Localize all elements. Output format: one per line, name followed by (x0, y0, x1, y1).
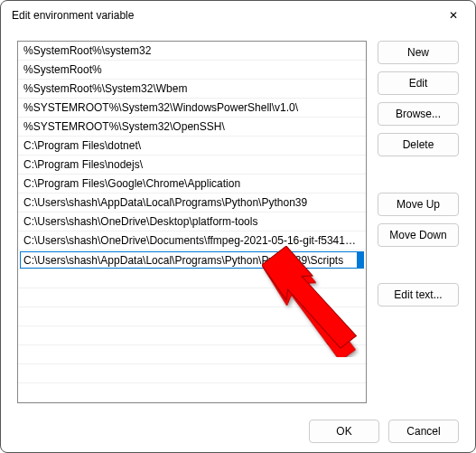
close-icon: ✕ (449, 9, 458, 22)
list-item[interactable]: C:\Users\shash\OneDrive\Desktop\platform… (18, 212, 366, 231)
button-column: New Edit Browse... Delete Move Up Move D… (378, 41, 459, 403)
dialog-title: Edit environment variable (12, 9, 134, 22)
titlebar: Edit environment variable ✕ (1, 1, 475, 30)
list-item[interactable]: C:\Users\shash\OneDrive\Documents\ffmpeg… (18, 231, 366, 250)
empty-row (18, 307, 366, 326)
path-listbox[interactable]: %SystemRoot%\system32 %SystemRoot% %Syst… (17, 41, 367, 403)
list-item-editing[interactable] (18, 250, 366, 269)
new-button[interactable]: New (378, 41, 459, 64)
empty-row (18, 364, 366, 383)
delete-button[interactable]: Delete (378, 133, 459, 156)
browse-button[interactable]: Browse... (378, 102, 459, 126)
empty-row (18, 383, 366, 402)
empty-row (18, 288, 366, 307)
list-item[interactable]: %SystemRoot%\System32\Wbem (18, 80, 366, 99)
list-item[interactable]: C:\Users\shash\AppData\Local\Programs\Py… (18, 193, 366, 212)
move-down-button[interactable]: Move Down (378, 223, 459, 247)
close-button[interactable]: ✕ (441, 5, 466, 25)
dialog-window: Edit environment variable ✕ %SystemRoot%… (0, 0, 476, 453)
list-item[interactable]: %SystemRoot% (18, 61, 366, 80)
empty-row (18, 345, 366, 364)
list-item[interactable]: %SYSTEMROOT%\System32\WindowsPowerShell\… (18, 99, 366, 118)
list-item[interactable]: C:\Program Files\Google\Chrome\Applicati… (18, 175, 366, 193)
path-edit-input[interactable] (20, 251, 364, 269)
path-list: %SystemRoot%\system32 %SystemRoot% %Syst… (18, 42, 366, 402)
list-item[interactable]: C:\Program Files\nodejs\ (18, 156, 366, 175)
text-cursor (357, 251, 364, 269)
empty-row (18, 269, 366, 288)
move-up-button[interactable]: Move Up (378, 193, 459, 216)
cancel-button[interactable]: Cancel (388, 420, 459, 443)
dialog-footer: OK Cancel (1, 411, 475, 453)
content-area: %SystemRoot%\system32 %SystemRoot% %Syst… (1, 30, 475, 411)
empty-row (18, 326, 366, 345)
spacer (378, 254, 459, 276)
list-item[interactable]: C:\Program Files\dotnet\ (18, 137, 366, 156)
spacer (378, 164, 459, 185)
list-item[interactable]: %SYSTEMROOT%\System32\OpenSSH\ (18, 118, 366, 137)
list-item[interactable]: %SystemRoot%\system32 (18, 42, 366, 61)
edit-button[interactable]: Edit (378, 71, 459, 95)
edit-text-button[interactable]: Edit text... (378, 283, 459, 307)
ok-button[interactable]: OK (309, 420, 379, 443)
